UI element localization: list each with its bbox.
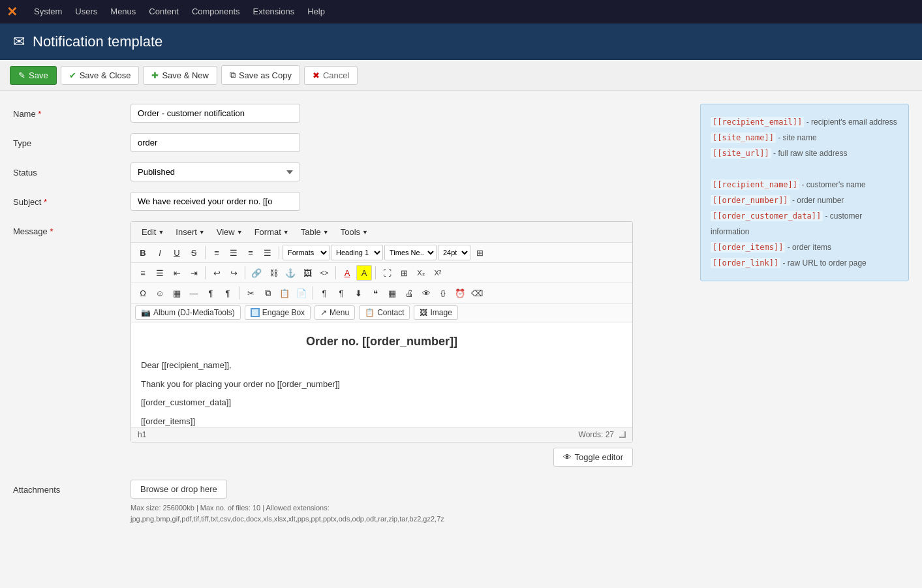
image-button[interactable]: 🖼	[300, 265, 315, 281]
unlink-button[interactable]: ⛓	[266, 265, 281, 281]
blockquote-button[interactable]: ❝	[367, 285, 383, 301]
save-icon: ✎	[18, 70, 25, 80]
nav-components[interactable]: Components	[185, 0, 247, 23]
cancel-button[interactable]: ✖ Cancel	[304, 66, 358, 85]
code-button[interactable]: <>	[316, 265, 332, 281]
editor-menu-insert[interactable]: Insert ▼	[170, 224, 209, 240]
envelope-icon: ✉	[13, 33, 25, 50]
editor-menu-tools[interactable]: Tools ▼	[335, 224, 373, 240]
top-navigation: ✕ System Users Menus Content Components …	[0, 0, 922, 23]
align-justify-button[interactable]: ☰	[260, 245, 275, 260]
formats-select[interactable]: Formats	[283, 245, 330, 260]
view-menu-chevron: ▼	[237, 229, 243, 236]
bold-button[interactable]: B	[135, 245, 151, 260]
save-close-button[interactable]: ✔ Save & Close	[61, 66, 140, 85]
preview-button2[interactable]: ▦	[384, 285, 400, 301]
outdent-button[interactable]: ⇤	[169, 265, 185, 281]
editor-menu-edit[interactable]: Edit ▼	[136, 224, 169, 240]
editor-resize-handle[interactable]	[619, 431, 626, 438]
name-input[interactable]	[131, 104, 300, 123]
subscript-button[interactable]: X₂	[413, 265, 429, 281]
para-ltr-button[interactable]: ¶	[220, 285, 236, 301]
unordered-list-button[interactable]: ≡	[135, 265, 151, 281]
align-left-button[interactable]: ≡	[209, 245, 224, 260]
plugin-contact[interactable]: 📋 Contact	[359, 305, 410, 320]
editor-menu-format[interactable]: Format ▼	[249, 224, 294, 240]
nav-menus[interactable]: Menus	[104, 0, 142, 23]
type-input[interactable]	[131, 133, 300, 152]
media-button[interactable]: ▦	[169, 285, 185, 301]
sidebar-desc-5: - order number	[792, 196, 844, 205]
message-row: Message * Edit ▼ Insert ▼	[13, 221, 687, 467]
bg-color-button[interactable]: A	[356, 265, 372, 281]
text-color-button[interactable]: A	[339, 265, 355, 281]
special-char-button[interactable]: Ω	[135, 285, 151, 301]
redo-button[interactable]: ↪	[226, 265, 241, 281]
cut-button[interactable]: ✂	[243, 285, 258, 301]
copy-button[interactable]: ⧉	[260, 285, 275, 301]
fontsize-select[interactable]: 24pt 8pt 12pt 14pt 18pt	[438, 245, 470, 260]
ordered-list-button[interactable]: ☰	[152, 265, 168, 281]
font-select[interactable]: Times Ne...	[384, 245, 437, 260]
word-count: Words: 27	[579, 430, 614, 439]
editor-line1: Dear [[recipient_name]],	[141, 359, 622, 373]
align-center-button[interactable]: ☰	[226, 245, 241, 260]
clear-formatting-button[interactable]: ⌫	[469, 285, 485, 301]
toolbar-sep-4	[245, 266, 245, 279]
editor-content[interactable]: Order no. [[order_number]] Dear [[recipi…	[131, 322, 632, 427]
editor-menu-table[interactable]: Table ▼	[296, 224, 334, 240]
plugin-menu[interactable]: ↗ Menu	[315, 305, 355, 320]
editor-content-area[interactable]: Order no. [[order_number]] Dear [[recipi…	[131, 322, 632, 427]
nav-extensions[interactable]: Extensions	[247, 0, 301, 23]
sidebar-desc-0: - recipient's email address	[807, 117, 897, 127]
toggle-editor-button[interactable]: 👁 Toggle editor	[553, 448, 633, 467]
insert-media-button[interactable]: ⬇	[350, 285, 366, 301]
italic-button[interactable]: I	[152, 245, 168, 260]
horizontal-rule-button[interactable]: —	[186, 285, 202, 301]
show-invisible-button[interactable]: 👁	[418, 285, 434, 301]
table-insert-button[interactable]: ⊞	[396, 265, 412, 281]
superscript-button[interactable]: X²	[430, 265, 446, 281]
paste-text-button[interactable]: 📄	[294, 285, 309, 301]
search-replace-button[interactable]: ⊞	[472, 245, 487, 260]
pagebreak-button[interactable]: ¶	[333, 285, 349, 301]
clock-button[interactable]: ⏰	[452, 285, 468, 301]
cancel-icon: ✖	[313, 70, 320, 80]
main-content: Name * Type Status Published Unpublished…	[0, 91, 922, 548]
nav-system[interactable]: System	[27, 0, 69, 23]
link-button[interactable]: 🔗	[249, 265, 264, 281]
sidebar-desc-2: - full raw site address	[773, 149, 847, 158]
paste-button[interactable]: 📋	[277, 285, 292, 301]
save-new-button[interactable]: ✚ Save & New	[143, 66, 217, 85]
underline-button[interactable]: U	[169, 245, 185, 260]
print-button[interactable]: 🖨	[401, 285, 417, 301]
heading-select[interactable]: Heading 1 Heading 2 Paragraph	[331, 245, 383, 260]
code-editor-button[interactable]: {}	[435, 285, 451, 301]
message-label: Message *	[13, 221, 131, 236]
emoji-button[interactable]: ☺	[152, 285, 168, 301]
joomla-logo: ✕	[7, 4, 18, 20]
plugin-album[interactable]: 📷 Album (DJ-MediaTools)	[135, 305, 241, 320]
plugin-image[interactable]: 🖼 Image	[414, 305, 457, 320]
undo-button[interactable]: ↩	[209, 265, 224, 281]
plugin-engage-box[interactable]: Engage Box	[245, 305, 311, 320]
nonbreak-button[interactable]: ¶	[316, 285, 332, 301]
editor-menu-view[interactable]: View ▼	[211, 224, 248, 240]
fullscreen-button[interactable]: ⛶	[379, 265, 395, 281]
anchor-button[interactable]: ⚓	[283, 265, 298, 281]
name-required: *	[38, 109, 41, 119]
strikethrough-button[interactable]: S	[186, 245, 202, 260]
browse-button[interactable]: Browse or drop here	[131, 480, 227, 499]
nav-users[interactable]: Users	[69, 0, 104, 23]
save-button[interactable]: ✎ Save	[10, 66, 57, 85]
save-copy-button[interactable]: ⧉ Save as Copy	[221, 65, 300, 85]
message-required: *	[50, 226, 53, 236]
subject-input[interactable]	[131, 192, 300, 211]
nav-content[interactable]: Content	[142, 0, 185, 23]
attachments-row: Attachments Browse or drop here Max size…	[13, 480, 687, 524]
para-rtl-button[interactable]: ¶	[203, 285, 219, 301]
indent-button[interactable]: ⇥	[186, 265, 202, 281]
status-select[interactable]: Published Unpublished	[131, 162, 300, 181]
align-right-button[interactable]: ≡	[243, 245, 258, 260]
nav-help[interactable]: Help	[301, 0, 331, 23]
